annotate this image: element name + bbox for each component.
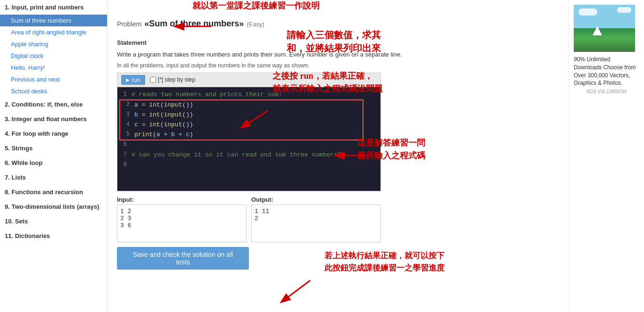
right-sidebar: 90% Unlimited Downloads Choose from Over…	[569, 0, 644, 312]
step-by-step-label[interactable]: [*] step by step	[150, 76, 195, 83]
sidebar-item-area-right-triangle[interactable]: Area of right-angled triangle	[0, 26, 107, 38]
input-row-3: 3 6	[120, 222, 243, 229]
code-line-3: 3 b = int(input())	[120, 110, 363, 120]
save-button[interactable]: Save and check the solution on all tests	[117, 247, 249, 270]
sidebar-item-apple-sharing[interactable]: Apple sharing	[0, 38, 107, 50]
code-line-6: 6	[117, 140, 380, 150]
svg-line-3	[282, 280, 310, 302]
cloud-2	[617, 7, 631, 13]
input-row-1: 1 2	[120, 208, 243, 215]
step-by-step-checkbox[interactable]	[150, 77, 156, 83]
code-line-2: 2 a = int(input())	[120, 100, 363, 110]
sidebar-item-digital-clock[interactable]: Digital clock	[0, 50, 107, 62]
arrow-save	[272, 278, 320, 306]
statement-text: Write a program that takes three numbers…	[117, 50, 559, 59]
ads-via: ADS VIA CARBON	[574, 89, 639, 94]
sidebar-section-5[interactable]: 5. Strings	[0, 141, 107, 156]
sidebar-section-1[interactable]: 1. Input, print and numbers	[0, 0, 107, 15]
ad-text: 90% Unlimited Downloads Choose from Over…	[574, 56, 639, 87]
annotation-title: 就以第一堂課之課後練習一作說明	[192, 0, 320, 11]
sidebar-section-3[interactable]: 3. Integer and float numbers	[0, 112, 107, 126]
problem-prefix: Problem	[117, 20, 141, 28]
annotation-save: 若上述執行結果正確，就可以按下 此按鈕完成課後練習一之學習進度	[324, 250, 445, 274]
output-content: 1 11 2	[251, 205, 381, 242]
sidebar-section-6[interactable]: 6. While loop	[0, 156, 107, 170]
sidebar-item-hello-harry[interactable]: Hello, Harry!	[0, 62, 107, 74]
output-box: Output: 1 11 2	[251, 196, 381, 242]
in-all-problems: In all the problems, input and output th…	[117, 62, 559, 69]
sidebar-item-school-desks[interactable]: School desks	[0, 85, 107, 97]
sidebar-section-2[interactable]: 2. Conditions: if, then, else	[0, 97, 107, 112]
sidebar-section-7[interactable]: 7. Lists	[0, 170, 107, 185]
sailboat-icon	[593, 26, 602, 35]
sidebar-section-8[interactable]: 8. Functions and recursion	[0, 185, 107, 199]
problem-title: «Sum of three numbers»	[144, 19, 244, 29]
output-row-1: 1 11	[255, 208, 378, 215]
sidebar-section-4[interactable]: 4. For loop with range	[0, 126, 107, 141]
sidebar-item-previous-and-next[interactable]: Previous and next	[0, 74, 107, 85]
code-line-1: 1 # reads two numbers and prints their s…	[117, 90, 380, 100]
sidebar-section-9[interactable]: 9. Two-dimensional lists (arrays)	[0, 199, 107, 214]
sidebar-section-11[interactable]: 11. Dictionaries	[0, 229, 107, 243]
sidebar: 1. Input, print and numbers Sum of three…	[0, 0, 107, 312]
code-line-7: 7 # can you change it so it can read and…	[117, 150, 380, 160]
editor-container: ▶ run [*] step by step 1 # reads two num…	[117, 73, 381, 191]
main-content: 就以第一堂課之課後練習一作說明 Problem «Sum of three nu…	[107, 0, 569, 312]
statement-label: Statement	[117, 39, 147, 46]
sidebar-item-sum-of-three[interactable]: Sum of three numbers	[0, 15, 107, 26]
run-button[interactable]: ▶ run	[121, 75, 145, 85]
code-line-5: 5 print(a + b + c)	[120, 130, 363, 140]
sidebar-section-10[interactable]: 10. Sets	[0, 214, 107, 229]
output-row-2: 2	[255, 215, 378, 222]
code-editor[interactable]: 1 # reads two numbers and prints their s…	[117, 87, 380, 191]
output-label: Output:	[251, 196, 381, 203]
code-line-8: 8	[117, 160, 380, 170]
editor-toolbar: ▶ run [*] step by step	[117, 73, 380, 87]
code-line-4: 4 c = int(input())	[120, 120, 363, 130]
input-row-2: 2 3	[120, 215, 243, 222]
input-box: Input: 1 2 2 3 3 6	[117, 196, 247, 242]
ad-image	[574, 5, 635, 52]
input-content: 1 2 2 3 3 6	[117, 205, 247, 242]
problem-difficulty: (Easy)	[247, 21, 264, 28]
play-icon: ▶	[126, 77, 130, 82]
io-container: Input: 1 2 2 3 3 6 Output: 1 11 2	[117, 196, 381, 242]
cloud-1	[578, 8, 597, 16]
input-label: Input:	[117, 196, 247, 203]
